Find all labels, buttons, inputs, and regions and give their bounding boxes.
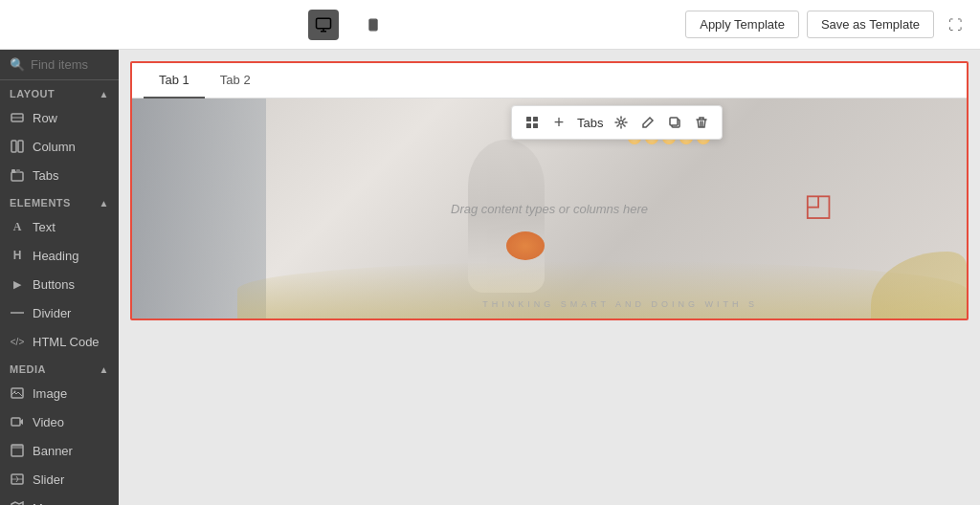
divider-label: Divider xyxy=(33,306,71,320)
sidebar-item-html[interactable]: </> HTML Code xyxy=(0,327,119,356)
slider-label: Slider xyxy=(33,472,64,487)
divider-icon xyxy=(10,305,25,320)
sidebar-item-tabs[interactable]: Tabs xyxy=(0,161,119,189)
svg-rect-7 xyxy=(11,172,23,181)
svg-rect-19 xyxy=(533,117,538,121)
map-icon xyxy=(10,500,25,505)
sidebar-item-row[interactable]: Row xyxy=(0,103,119,132)
sidebar-item-video[interactable]: Video xyxy=(0,407,119,436)
search-icon: 🔍 xyxy=(10,57,25,72)
html-icon: </> xyxy=(10,334,25,349)
main-area: 🔍 Layout ▲ Row Column Tabs xyxy=(0,50,980,505)
svg-rect-6 xyxy=(18,141,23,152)
tabs-label: Tabs xyxy=(33,168,58,183)
svg-rect-18 xyxy=(526,117,531,121)
html-label: HTML Code xyxy=(33,335,100,349)
elements-collapse-icon[interactable]: ▲ xyxy=(100,198,109,209)
sidebar-item-slider[interactable]: Slider xyxy=(0,465,119,494)
sidebar-item-image[interactable]: Image xyxy=(0,379,119,407)
svg-rect-13 xyxy=(11,418,20,426)
desktop-view-button[interactable] xyxy=(308,10,339,40)
svg-rect-24 xyxy=(670,118,678,125)
hero-plants xyxy=(237,261,967,318)
svg-rect-15 xyxy=(11,445,23,449)
text-label: Text xyxy=(33,220,56,234)
grid-toolbar-icon[interactable] xyxy=(520,110,545,135)
sidebar-search: 🔍 xyxy=(0,50,119,80)
image-label: Image xyxy=(33,386,67,401)
map-label: Map xyxy=(33,501,56,506)
bottom-text: THINKING SMART AND DOING WITH S xyxy=(482,299,758,309)
layout-collapse-icon[interactable]: ▲ xyxy=(100,89,109,99)
edit-toolbar-icon[interactable] xyxy=(635,110,660,135)
save-template-button[interactable]: Save as Template xyxy=(807,11,934,38)
slider-icon xyxy=(10,472,25,487)
media-section-header: Media ▲ xyxy=(0,356,119,379)
media-label: Media xyxy=(10,363,46,375)
search-input[interactable] xyxy=(31,57,109,72)
sidebar-item-divider[interactable]: Divider xyxy=(0,298,119,327)
add-toolbar-icon[interactable]: + xyxy=(546,110,571,135)
layout-label: Layout xyxy=(10,88,55,99)
svg-rect-5 xyxy=(11,141,16,152)
column-icon xyxy=(10,139,25,154)
svg-point-22 xyxy=(619,121,623,124)
sidebar-item-buttons[interactable]: ▶ Buttons xyxy=(0,270,119,298)
banner-icon xyxy=(10,443,25,458)
sidebar-item-banner[interactable]: Banner xyxy=(0,436,119,465)
video-icon xyxy=(10,414,25,429)
tabs-icon xyxy=(10,167,25,183)
video-label: Video xyxy=(33,415,64,429)
heading-label: Heading xyxy=(33,249,78,263)
sidebar-item-heading[interactable]: H Heading xyxy=(0,241,119,270)
topbar: Apply Template Save as Template ⛶ xyxy=(0,0,980,50)
sidebar: 🔍 Layout ▲ Row Column Tabs xyxy=(0,50,119,505)
buttons-label: Buttons xyxy=(33,277,75,292)
tab-1[interactable]: Tab 1 xyxy=(144,63,205,99)
row-icon xyxy=(10,110,25,125)
hero-right-plants xyxy=(871,252,967,318)
buttons-icon: ▶ xyxy=(10,276,25,292)
tabs-widget: Tab 1 Tab 2 xyxy=(130,61,969,320)
tab-2[interactable]: Tab 2 xyxy=(205,63,266,99)
media-collapse-icon[interactable]: ▲ xyxy=(100,364,109,375)
topbar-right: Apply Template Save as Template ⛶ xyxy=(685,11,969,38)
sidebar-item-map[interactable]: Map xyxy=(0,494,119,505)
svg-rect-21 xyxy=(533,123,538,128)
sidebar-item-column[interactable]: Column xyxy=(0,132,119,161)
banner-label: Banner xyxy=(33,444,73,458)
tabs-header: Tab 1 Tab 2 xyxy=(132,63,967,99)
elements-label: Elements xyxy=(10,197,71,209)
settings-toolbar-icon[interactable] xyxy=(609,110,634,135)
delete-toolbar-icon[interactable] xyxy=(689,110,714,135)
svg-rect-9 xyxy=(16,169,20,173)
svg-rect-8 xyxy=(11,169,15,173)
text-icon: A xyxy=(10,219,25,234)
toolbar-label: Tabs xyxy=(573,116,607,130)
sidebar-item-text[interactable]: A Text xyxy=(0,212,119,241)
duplicate-toolbar-icon[interactable] xyxy=(662,110,687,135)
image-icon xyxy=(10,385,25,401)
apply-template-button[interactable]: Apply Template xyxy=(685,11,799,38)
magento-logo: ◰ xyxy=(804,187,833,223)
svg-rect-20 xyxy=(526,123,531,128)
elements-section-header: Elements ▲ xyxy=(0,189,119,212)
heading-icon: H xyxy=(10,248,25,263)
row-label: Row xyxy=(33,111,57,125)
drag-text: Drag content types or columns here xyxy=(451,202,648,216)
expand-button[interactable]: ⛶ xyxy=(942,11,969,38)
content-area: + Tabs Tab 1 Tab 2 xyxy=(119,50,980,505)
mobile-view-button[interactable] xyxy=(358,10,389,40)
orange-blob xyxy=(506,231,545,260)
topbar-center xyxy=(308,10,389,40)
floating-toolbar: + Tabs xyxy=(511,105,723,140)
layout-section-header: Layout ▲ xyxy=(0,80,119,103)
column-label: Column xyxy=(33,140,76,154)
svg-rect-0 xyxy=(317,18,331,29)
